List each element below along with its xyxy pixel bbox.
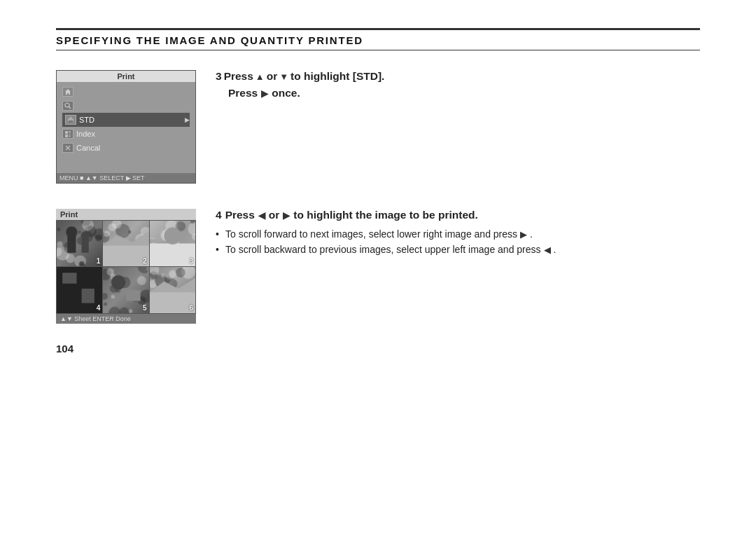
step4-num: 4 bbox=[216, 209, 222, 221]
svg-rect-9 bbox=[65, 135, 68, 137]
step4-row: Print 1 2 3 4 bbox=[56, 209, 700, 324]
step4-content: 4 Press ◀ or ▶ to highlight the image to… bbox=[216, 209, 700, 259]
screen3-footer: MENU ■ ▲▼ SELECT ▶ SET bbox=[57, 173, 195, 183]
svg-line-2 bbox=[69, 107, 71, 109]
svg-marker-0 bbox=[65, 89, 71, 95]
footer4-text: ▲▼ Sheet ENTER Done bbox=[60, 315, 131, 322]
cell-num-3: 3 bbox=[189, 257, 193, 265]
search-icon bbox=[62, 101, 74, 111]
grid-cell-4: 4 bbox=[57, 267, 102, 312]
step3-press2: Press bbox=[228, 87, 258, 99]
grid-cell-2: 2 bbox=[103, 221, 148, 266]
index-label: Index bbox=[76, 130, 95, 138]
cell-num-1: 1 bbox=[97, 257, 101, 265]
image-grid: 1 2 3 4 5 bbox=[56, 220, 196, 314]
step3-arrow-right: ▶ bbox=[261, 88, 268, 99]
bullet2-arrow: ◀ bbox=[544, 245, 551, 255]
cell-num-5: 5 bbox=[143, 304, 147, 312]
step3-num: 3 bbox=[216, 70, 222, 83]
menu-item-home bbox=[62, 85, 190, 99]
step3-line2: Press ▶ once. bbox=[228, 87, 700, 99]
menu-item-index: Index bbox=[62, 127, 190, 141]
step4-arrow-right: ▶ bbox=[283, 210, 290, 221]
step4-heading: 4 Press ◀ or ▶ to highlight the image to… bbox=[216, 209, 700, 221]
page-number: 104 bbox=[56, 343, 74, 355]
step3-row: Print bbox=[56, 70, 700, 184]
menu-item-cancel: Cancal bbox=[62, 141, 190, 155]
bullet1-period: . bbox=[530, 228, 533, 240]
menu-item-search bbox=[62, 99, 190, 113]
step3-arrow-up: ▲ bbox=[255, 71, 265, 82]
step3-content: 3 Press ▲ or ▼ to highlight [STD]. Press… bbox=[216, 70, 700, 99]
bullet1-text: To scroll forward to next images, select… bbox=[225, 228, 517, 240]
section-heading: SPECIFYING THE IMAGE AND QUANTITY PRINTE… bbox=[56, 28, 700, 50]
step3-press1: Press bbox=[224, 70, 253, 83]
step3-or1: or bbox=[267, 70, 278, 83]
section-title: SPECIFYING THE IMAGE AND QUANTITY PRINTE… bbox=[56, 34, 700, 46]
svg-point-1 bbox=[65, 103, 69, 107]
svg-rect-5 bbox=[69, 121, 73, 123]
bullet1-arrow: ▶ bbox=[520, 229, 527, 240]
cell-num-4: 4 bbox=[97, 304, 101, 312]
bullet-item-2: To scroll backward to previous images, s… bbox=[216, 244, 700, 255]
step3-camera-screen: Print bbox=[56, 70, 196, 184]
std-arrow: ▶ bbox=[185, 116, 190, 123]
screen4-footer: ▲▼ Sheet ENTER Done bbox=[56, 314, 196, 324]
step4-highlight-text: to highlight the image to be printed. bbox=[293, 209, 478, 221]
cancel-icon bbox=[62, 143, 74, 153]
screen3-menu: STD ▶ Index bbox=[57, 82, 195, 173]
step4-or: or bbox=[269, 209, 280, 221]
step4-press: Press bbox=[225, 209, 255, 221]
menu-item-std: STD ▶ bbox=[62, 113, 190, 127]
index-icon bbox=[62, 129, 74, 139]
grid-cell-5: 5 bbox=[103, 267, 148, 312]
grid-cell-3: 3 bbox=[150, 221, 195, 266]
cell-num-6: 6 bbox=[189, 304, 193, 312]
screen3-title: Print bbox=[57, 71, 195, 82]
step4-arrow-left: ◀ bbox=[258, 210, 265, 221]
bullet-list: To scroll forward to next images, select… bbox=[216, 228, 700, 255]
bullet-item-1: To scroll forward to next images, select… bbox=[216, 228, 700, 240]
print-icon bbox=[65, 115, 76, 125]
svg-rect-11 bbox=[69, 136, 71, 137]
bullet2-text: To scroll backward to previous images, s… bbox=[225, 244, 541, 255]
std-label: STD bbox=[79, 116, 94, 124]
grid-cell-1: 1 bbox=[57, 221, 102, 266]
grid-cell-6: 6 bbox=[150, 267, 195, 312]
svg-rect-8 bbox=[69, 132, 71, 133]
page-container: SPECIFYING THE IMAGE AND QUANTITY PRINTE… bbox=[0, 0, 756, 377]
step3-line1: 3 Press ▲ or ▼ to highlight [STD]. bbox=[216, 70, 700, 83]
svg-rect-7 bbox=[69, 131, 71, 132]
step4-camera-screen: Print 1 2 3 4 bbox=[56, 209, 196, 324]
home-icon bbox=[62, 87, 74, 97]
cancel-label: Cancal bbox=[76, 144, 100, 152]
footer-text: MENU ■ ▲▼ SELECT ▶ SET bbox=[59, 174, 145, 181]
svg-rect-10 bbox=[69, 135, 71, 135]
step3-highlight-std: to highlight [STD]. bbox=[290, 70, 384, 83]
cell-num-2: 2 bbox=[143, 257, 147, 265]
screen4-title: Print bbox=[56, 209, 196, 220]
step3-arrow-down: ▼ bbox=[279, 71, 288, 82]
bullet2-period: . bbox=[554, 244, 556, 255]
svg-rect-4 bbox=[69, 117, 72, 119]
svg-rect-6 bbox=[65, 131, 68, 134]
step3-once: once. bbox=[272, 87, 300, 99]
